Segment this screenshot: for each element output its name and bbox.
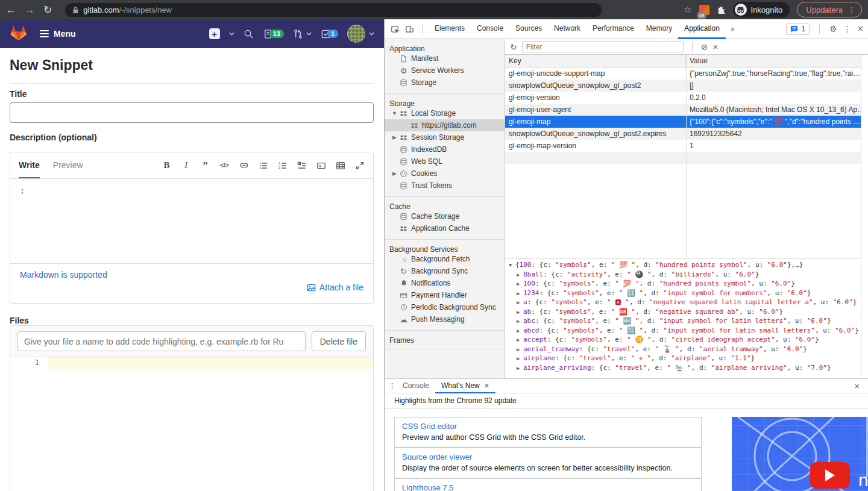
sidebar-item-cookies[interactable]: ▶Cookies xyxy=(385,167,505,180)
delete-selected-icon[interactable]: × xyxy=(712,42,718,51)
issues-counter[interactable]: 1 xyxy=(786,23,810,35)
json-preview-line-accept[interactable]: ▶accept: {c: "symbols", e: " 🉑 ", d: "ci… xyxy=(509,335,861,345)
drawer-menu-kebab-icon[interactable]: ⋮ xyxy=(388,381,397,390)
storage-row-snowplowoutqueue-snowplow-gl-post2[interactable]: snowplowOutQueue_snowplow_gl_post2[] xyxy=(505,80,861,92)
more-tabs-icon[interactable]: » xyxy=(726,20,740,39)
storage-row-snowplowoutqueue-snowplow-gl-post2-expires[interactable]: snowplowOutQueue_snowplow_gl_post2.expir… xyxy=(505,128,861,140)
markdown-supported-link[interactable]: Markdown is supported xyxy=(20,270,107,280)
inspect-element-icon[interactable] xyxy=(389,23,400,34)
play-button-icon[interactable] xyxy=(810,462,850,489)
storage-row-gl-emoji-map-version[interactable]: gl-emoji-map-version1 xyxy=(505,140,861,152)
description-textarea[interactable]: : xyxy=(10,179,373,263)
delete-file-button[interactable]: Delete file xyxy=(312,331,366,351)
tree-collapsed-icon[interactable]: ▶ xyxy=(391,134,398,140)
collapsed-arrow-icon[interactable]: ▶ xyxy=(517,364,523,374)
editor-tab-write[interactable]: Write xyxy=(19,152,40,178)
user-avatar[interactable] xyxy=(347,25,365,43)
reload-icon[interactable]: ↻ xyxy=(43,5,52,15)
expanded-arrow-icon[interactable]: ▼ xyxy=(509,261,515,271)
collapsed-arrow-icon[interactable]: ▶ xyxy=(517,298,523,308)
sidebar-item-cache-storage[interactable]: Cache Storage xyxy=(385,210,505,222)
sidebar-item-service-workers[interactable]: ⚙Service Workers xyxy=(385,64,505,77)
sidebar-item-application-cache[interactable]: Application Cache xyxy=(385,222,505,234)
sidebar-item-periodic-background-sync[interactable]: Periodic Background Sync xyxy=(385,301,505,313)
sidebar-item-web-sql[interactable]: Web SQL xyxy=(385,155,505,167)
storage-row-gl-emoji-user-agent[interactable]: gl-emoji-user-agentMozilla/5.0 (Macintos… xyxy=(505,104,861,116)
settings-gear-icon[interactable]: ⚙ xyxy=(829,25,837,33)
editor-tab-preview[interactable]: Preview xyxy=(53,152,83,178)
collapsed-arrow-icon[interactable]: ▶ xyxy=(517,327,523,336)
devtools-tab-memory[interactable]: Memory xyxy=(640,19,678,39)
italic-icon[interactable]: I xyxy=(181,160,191,170)
collapsed-arrow-icon[interactable]: ▶ xyxy=(517,345,523,355)
filter-input[interactable] xyxy=(522,41,684,52)
device-toolbar-icon[interactable] xyxy=(404,23,415,34)
sidebar-item-storage[interactable]: Storage xyxy=(385,77,505,89)
sidebar-item-notifications[interactable]: Notifications xyxy=(385,277,505,289)
storage-row-gl-emoji-unicode-support-map[interactable]: gl-emoji-unicode-support-map{"personZwj"… xyxy=(505,67,861,80)
devtools-tab-application[interactable]: Application xyxy=(678,19,726,39)
forward-icon[interactable]: → xyxy=(25,5,35,15)
json-preview-line-aerial-tramway[interactable]: ▶aerial_tramway: {c: "travel", e: " 🚡 ",… xyxy=(509,345,861,354)
collapsed-arrow-icon[interactable]: ▶ xyxy=(517,289,523,299)
file-name-input[interactable] xyxy=(17,331,306,351)
numbered-list-icon[interactable]: 12 xyxy=(277,160,288,170)
json-preview-line-ab[interactable]: ▶ab: {c: "symbols", e: " 🆎 ", d: "negati… xyxy=(509,307,861,317)
json-preview-line-airplane-arriving[interactable]: ▶airplane_arriving: {c: "travel", e: " 🛬… xyxy=(509,363,861,373)
plus-chevron-icon[interactable] xyxy=(229,32,234,36)
devtools-tab-sources[interactable]: Sources xyxy=(509,19,548,39)
json-preview-line-100[interactable]: ▶100: {c: "symbols", e: " 💯 ", d: "hundr… xyxy=(509,279,861,289)
menu-button[interactable]: Menu xyxy=(40,28,76,39)
column-divider[interactable] xyxy=(686,55,687,258)
details-icon[interactable] xyxy=(316,160,326,170)
sidebar-item-https-gitlab-com[interactable]: https://gitlab.com xyxy=(385,119,505,131)
active-code-line[interactable] xyxy=(48,357,373,369)
drawer-tab-what-s-new[interactable]: What's New✕ xyxy=(435,379,495,393)
attach-file-button[interactable]: Attach a file xyxy=(307,283,363,292)
scrollbar-gutter[interactable] xyxy=(861,55,868,378)
table-icon[interactable] xyxy=(335,160,345,170)
sidebar-item-local-storage[interactable]: ▼Local Storage xyxy=(385,107,505,119)
collapsed-arrow-icon[interactable]: ▶ xyxy=(517,336,523,345)
mr-chevron-icon[interactable] xyxy=(306,32,312,36)
sidebar-item-background-fetch[interactable]: ↑↓Background Fetch xyxy=(385,253,505,265)
sidebar-item-trust-tokens[interactable]: Trust Tokens xyxy=(385,180,505,192)
code-icon[interactable]: </> xyxy=(219,160,230,170)
json-preview-line-8ball[interactable]: ▶8ball: {c: "activity", e: " 🎱 ", d: "bi… xyxy=(509,270,861,280)
task-list-icon[interactable] xyxy=(297,160,307,170)
json-preview-line-100[interactable]: ▼{100: {c: "symbols", e: " 💯 ", d: "hund… xyxy=(509,260,861,270)
devtools-tab-elements[interactable]: Elements xyxy=(429,19,471,39)
bullet-list-icon[interactable] xyxy=(258,160,268,170)
card-title-link[interactable]: CSS Grid editor xyxy=(402,421,694,432)
bold-icon[interactable]: B xyxy=(162,160,172,170)
sidebar-item-manifest[interactable]: Manifest xyxy=(385,52,505,64)
collapsed-arrow-icon[interactable]: ▶ xyxy=(517,354,523,364)
sidebar-item-background-sync[interactable]: ↻Background Sync xyxy=(385,265,505,277)
search-icon[interactable] xyxy=(244,29,254,39)
devtools-tab-console[interactable]: Console xyxy=(471,19,509,39)
card-title-link[interactable]: Source order viewer xyxy=(402,451,694,463)
devtools-tab-network[interactable]: Network xyxy=(548,19,587,39)
sidebar-item-payment-handler[interactable]: Payment Handler xyxy=(385,289,505,301)
drawer-tab-console[interactable]: Console xyxy=(397,379,435,393)
key-column-header[interactable]: Key xyxy=(505,55,686,67)
card-title-link[interactable]: Lighthouse 7.5 xyxy=(402,482,694,491)
json-preview-line-abc[interactable]: ▶abc: {c: "symbols", e: " 🔤 ", d: "input… xyxy=(509,316,861,326)
json-preview-line-1234[interactable]: ▶1234: {c: "symbols", e: " 🔢 ", d: "inpu… xyxy=(509,289,861,298)
merge-request-icon[interactable] xyxy=(293,29,303,39)
collapsed-arrow-icon[interactable]: ▶ xyxy=(517,280,523,289)
storage-row-gl-emoji-version[interactable]: gl-emoji-version0.2.0 xyxy=(505,92,861,104)
snippet-title-input[interactable] xyxy=(10,102,374,123)
avatar-chevron-icon[interactable] xyxy=(369,32,374,36)
tree-expanded-icon[interactable]: ▼ xyxy=(391,110,398,116)
devtools-tab-performance[interactable]: Performance xyxy=(587,19,640,39)
fullscreen-icon[interactable] xyxy=(354,160,365,170)
update-button[interactable]: Uppdatera ⋮ xyxy=(797,2,862,17)
refresh-icon[interactable]: ↻ xyxy=(510,42,517,52)
json-preview-line-abcd[interactable]: ▶abcd: {c: "symbols", e: " 🔡 ", d: "inpu… xyxy=(509,326,861,336)
storage-row-gl-emoji-map[interactable]: gl-emoji-map{"100":{"c":"symbols","e":" … xyxy=(505,116,861,128)
devtools-close-icon[interactable]: × xyxy=(858,24,863,34)
address-bar[interactable]: gitlab.com/-/snippets/new xyxy=(65,3,602,17)
collapsed-arrow-icon[interactable]: ▶ xyxy=(517,271,523,280)
devtools-menu-kebab-icon[interactable]: ⋮ xyxy=(843,25,852,33)
